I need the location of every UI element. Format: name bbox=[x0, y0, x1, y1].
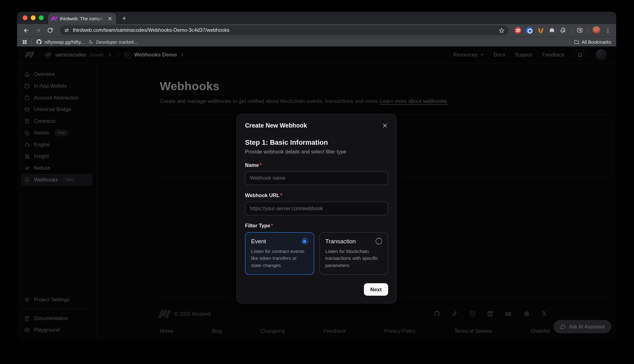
next-button[interactable]: Next bbox=[364, 283, 388, 296]
traffic-lights bbox=[23, 15, 44, 20]
address-bar[interactable]: thirdweb.com/team/saminacodes/Webhooks-D… bbox=[60, 26, 509, 35]
extension-arc-icon[interactable] bbox=[514, 26, 523, 35]
tab-strip: thirdweb: The complete web3 + bbox=[17, 12, 616, 24]
extensions-puzzle-icon[interactable] bbox=[559, 26, 568, 35]
tab-title: thirdweb: The complete web3 bbox=[60, 16, 105, 21]
required-asterisk: * bbox=[280, 193, 282, 198]
github-favicon-icon bbox=[36, 39, 42, 45]
reload-icon[interactable] bbox=[45, 26, 55, 35]
phantom-icon[interactable] bbox=[548, 26, 557, 35]
required-asterisk: * bbox=[271, 223, 273, 229]
bookmark-developer-marketing[interactable]: Developer marketi... bbox=[89, 39, 138, 45]
modal-title: Create New Webhook bbox=[245, 122, 307, 129]
zoom-window-button[interactable] bbox=[39, 15, 44, 20]
bookmark-niftyswap[interactable]: niftyswap.gg/Nifty... bbox=[36, 39, 84, 45]
step-title: Step 1: Basic Information bbox=[245, 138, 388, 147]
radio-selected-icon[interactable] bbox=[301, 238, 308, 245]
tab-close-icon[interactable] bbox=[107, 16, 113, 21]
url-text[interactable]: thirdweb.com/team/saminacodes/Webhooks-D… bbox=[73, 27, 495, 33]
forward-icon[interactable] bbox=[33, 26, 43, 35]
back-icon[interactable] bbox=[21, 26, 31, 35]
name-label: Name* bbox=[245, 163, 388, 168]
crescent-favicon-icon bbox=[89, 39, 94, 45]
webhook-url-input[interactable] bbox=[245, 201, 388, 215]
thirdweb-favicon-icon bbox=[51, 16, 57, 21]
folder-icon bbox=[573, 39, 579, 45]
filter-option-event[interactable]: Event Listen for contract events like to… bbox=[245, 232, 314, 275]
minimize-window-button[interactable] bbox=[31, 15, 36, 20]
bookmarks-bar: niftyswap.gg/Nifty... Developer marketi.… bbox=[17, 37, 616, 46]
create-webhook-modal: Create New Webhook Step 1: Basic Informa… bbox=[237, 114, 397, 303]
site-settings-icon[interactable] bbox=[64, 27, 70, 33]
all-bookmarks-button[interactable]: All Bookmarks bbox=[573, 39, 611, 45]
webhook-name-input[interactable] bbox=[245, 171, 388, 185]
step-subtitle: Provide webhook details and select filte… bbox=[245, 149, 388, 155]
browser-toolbar: thirdweb.com/team/saminacodes/Webhooks-D… bbox=[17, 24, 616, 36]
apps-grid-icon[interactable] bbox=[22, 39, 27, 45]
extension-opera-icon[interactable] bbox=[525, 26, 534, 35]
filter-option-transaction[interactable]: Transaction Listen for blockchain transa… bbox=[319, 232, 388, 275]
required-asterisk: * bbox=[260, 163, 261, 168]
chrome-menu-icon[interactable] bbox=[603, 26, 612, 35]
screenshot-stage: thirdweb: The complete web3 + thirdweb.c… bbox=[0, 0, 634, 364]
radio-unselected-icon[interactable] bbox=[376, 238, 382, 245]
bookmark-star-icon[interactable] bbox=[499, 27, 505, 33]
browser-window: thirdweb: The complete web3 + thirdweb.c… bbox=[17, 12, 616, 340]
browser-tab[interactable]: thirdweb: The complete web3 bbox=[48, 13, 116, 24]
close-window-button[interactable] bbox=[23, 15, 28, 20]
sidepanel-search-icon[interactable] bbox=[575, 26, 584, 35]
filter-type-label: Filter Type* bbox=[245, 223, 388, 229]
profile-avatar[interactable] bbox=[592, 26, 601, 35]
close-icon[interactable] bbox=[382, 122, 388, 129]
metamask-icon[interactable] bbox=[536, 26, 545, 35]
new-tab-button[interactable]: + bbox=[120, 15, 128, 22]
page-viewport: / saminacodes Growth / Webhooks Demo bbox=[17, 46, 616, 340]
url-label: Webhook URL* bbox=[245, 193, 388, 198]
